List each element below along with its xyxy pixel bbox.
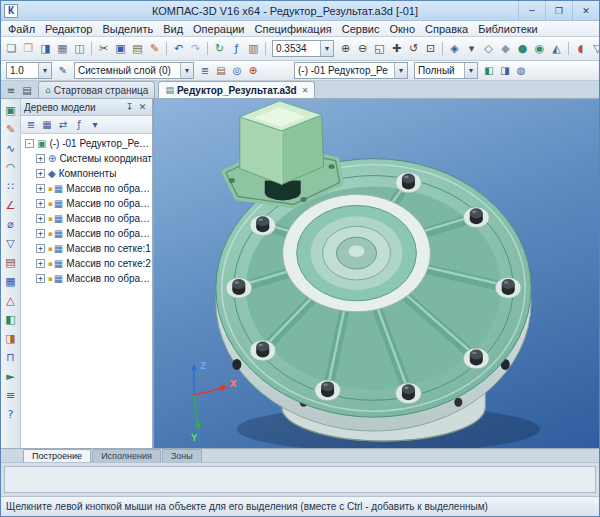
bottom-tab-versions[interactable]: Исполнения — [92, 449, 161, 462]
tree-item[interactable]: + ▪ ▦ Массив по образцу:4 — [21, 226, 152, 241]
tree-expander[interactable]: + — [36, 214, 45, 223]
fit-all-icon[interactable]: ⊡ — [422, 40, 439, 57]
menu-window[interactable]: Окно — [384, 23, 420, 35]
zoom-in-icon[interactable]: ⊕ — [337, 40, 354, 57]
tree-item[interactable]: + ▪ ▦ Массив по сетке:1 — [21, 241, 152, 256]
tree-expander[interactable]: + — [36, 229, 45, 238]
pin-icon[interactable]: ↧ — [123, 102, 136, 112]
tree-expander[interactable]: + — [36, 184, 45, 193]
tree-menu-icon[interactable]: ▾ — [87, 117, 103, 132]
animation-icon[interactable]: ► — [2, 367, 20, 386]
mate-icon[interactable]: ◨ — [497, 63, 513, 79]
relations-icon[interactable]: ⇄ — [55, 117, 71, 132]
fastening-icon[interactable]: ⊓ — [2, 348, 20, 367]
orientation-dropdown-icon[interactable]: ▾ — [463, 40, 480, 57]
filters-icon[interactable]: ▽ — [2, 234, 20, 253]
open-document-icon[interactable]: ❒ — [20, 40, 37, 57]
tree-expander[interactable]: + — [36, 169, 45, 178]
tab-grid-icon[interactable]: ▤ — [19, 83, 35, 98]
close-icon[interactable]: ✕ — [136, 102, 149, 112]
tab-start-page[interactable]: ⌂ Стартовая страница — [38, 81, 155, 98]
reports-icon[interactable]: ▦ — [2, 272, 20, 291]
tree-item[interactable]: + ▪ ▦ Массив по сетке:2 — [21, 256, 152, 271]
section-display-icon[interactable]: ◖ — [572, 40, 589, 57]
visibility-icon[interactable]: ◍ — [513, 63, 529, 79]
gearbox-model[interactable]: Z X Y — [154, 99, 599, 448]
conditional-marks-icon[interactable]: △ — [2, 291, 20, 310]
tree-item[interactable]: - ▣ (-) -01 Редуктор_Результат (П — [21, 136, 152, 151]
tree-item[interactable]: + ▪ ▦ Массив по образцу:1 — [21, 181, 152, 196]
chevron-down-icon[interactable]: ▾ — [38, 63, 51, 78]
tab-document[interactable]: ▤ Редуктор_Результат.a3d ✕ — [158, 81, 315, 98]
orientation-icon[interactable]: ◈ — [446, 40, 463, 57]
tree-item[interactable]: + ▪ ▦ Массив по образцу:5 — [21, 271, 152, 286]
menu-view[interactable]: Вид — [158, 23, 188, 35]
rebuild-icon[interactable]: ↻ — [211, 40, 228, 57]
tree-item[interactable]: + ◆ Компоненты — [21, 166, 152, 181]
specification-icon[interactable]: ▤ — [2, 253, 20, 272]
cut-icon[interactable]: ✂ — [95, 40, 112, 57]
chevron-down-icon[interactable]: ▾ — [394, 63, 407, 78]
wireframe-icon[interactable]: ◇ — [480, 40, 497, 57]
paste-icon[interactable]: ▤ — [129, 40, 146, 57]
local-csys-icon[interactable]: ⊕ — [245, 63, 261, 79]
menu-file[interactable]: Файл — [3, 23, 40, 35]
perspective-icon[interactable]: ◭ — [548, 40, 565, 57]
menu-operations[interactable]: Операции — [188, 23, 249, 35]
docs-icon[interactable]: ? — [2, 405, 20, 424]
pan-icon[interactable]: ✚ — [388, 40, 405, 57]
shaded-edges-icon[interactable]: ◉ — [531, 40, 548, 57]
properties-icon[interactable]: ≡ — [2, 386, 20, 405]
minimize-button[interactable]: ─ — [518, 1, 545, 20]
zoom-combo[interactable]: 0.3534 ▾ — [272, 40, 334, 57]
copy-properties-icon[interactable]: ✎ — [146, 40, 163, 57]
body-operations-icon[interactable]: ◧ — [2, 310, 20, 329]
edit-component-icon[interactable]: ◧ — [481, 63, 497, 79]
maximize-button[interactable]: ❐ — [545, 1, 572, 20]
tree-item[interactable]: + ▪ ▦ Массив по образцу:2 — [21, 196, 152, 211]
parameters-icon[interactable]: ƒ — [71, 117, 87, 132]
surfaces-icon[interactable]: ◠ — [2, 158, 20, 177]
zoom-rect-icon[interactable]: ◱ — [371, 40, 388, 57]
menu-service[interactable]: Сервис — [337, 23, 385, 35]
chevron-down-icon[interactable]: ▾ — [320, 41, 333, 56]
simplified-display-icon[interactable]: ▽ — [589, 40, 599, 57]
tree-item[interactable]: + ⊕ Системы координат — [21, 151, 152, 166]
chevron-down-icon[interactable]: ▾ — [464, 63, 477, 78]
tree-expander[interactable]: + — [36, 274, 45, 283]
edit-part-icon[interactable]: ▣ — [2, 101, 20, 120]
bottom-tab-construction[interactable]: Построение — [23, 449, 91, 462]
layer-combo[interactable]: Системный слой (0) ▾ — [74, 62, 194, 79]
copy-icon[interactable]: ▣ — [112, 40, 129, 57]
hidden-lines-icon[interactable]: ◆ — [497, 40, 514, 57]
tree-expander[interactable]: + — [36, 259, 45, 268]
layer-settings-icon[interactable]: ▤ — [213, 63, 229, 79]
tree-expander[interactable]: + — [36, 244, 45, 253]
tree-expander[interactable]: + — [36, 154, 45, 163]
rotate-view-icon[interactable]: ↺ — [405, 40, 422, 57]
pen-style-icon[interactable]: ✎ — [55, 63, 71, 79]
line-weight-combo[interactable]: 1.0 ▾ — [6, 62, 52, 79]
menu-libraries[interactable]: Библиотеки — [473, 23, 543, 35]
new-document-icon[interactable]: ❏ — [3, 40, 20, 57]
measure-icon[interactable]: ⌀ — [2, 215, 20, 234]
undo-icon[interactable]: ↶ — [170, 40, 187, 57]
tree-expander[interactable]: - — [25, 139, 34, 148]
library-manager-icon[interactable]: ▥ — [245, 40, 262, 57]
spatial-curves-icon[interactable]: ∿ — [2, 139, 20, 158]
tab-list-icon[interactable]: ≡ — [3, 83, 19, 98]
menu-select[interactable]: Выделить — [97, 23, 158, 35]
tree-structure-icon[interactable]: ≣ — [23, 117, 39, 132]
menu-help[interactable]: Справка — [420, 23, 473, 35]
variables-icon[interactable]: ƒ — [228, 40, 245, 57]
bottom-tab-zones[interactable]: Зоны — [162, 449, 202, 462]
close-button[interactable]: ✕ — [572, 1, 599, 20]
viewport-3d[interactable]: Z X Y — [153, 99, 599, 448]
auxiliary-geometry-icon[interactable]: ∠ — [2, 196, 20, 215]
sketch-icon[interactable]: ✎ — [2, 120, 20, 139]
layers-icon[interactable]: ≣ — [197, 63, 213, 79]
zoom-out-icon[interactable]: ⊖ — [354, 40, 371, 57]
menu-editor[interactable]: Редактор — [40, 23, 97, 35]
redo-icon[interactable]: ↷ — [187, 40, 204, 57]
print-icon[interactable]: ▦ — [54, 40, 71, 57]
